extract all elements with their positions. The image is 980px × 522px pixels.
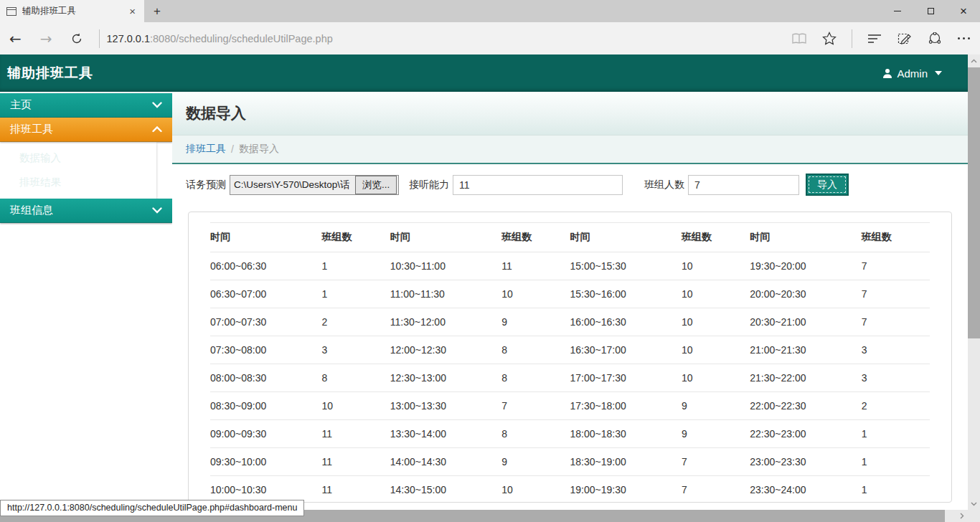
scroll-down-button[interactable] (968, 498, 980, 510)
time-cell: 07:00~07:30 (210, 308, 321, 336)
breadcrumb-current: 数据导入 (239, 143, 279, 156)
web-note-icon (897, 32, 912, 46)
divider (852, 29, 852, 48)
team-count-cell: 1 (321, 252, 390, 280)
team-count-cell: 1 (862, 448, 930, 476)
user-name: Admin (897, 67, 928, 80)
star-icon (822, 32, 837, 45)
team-count-cell: 2 (321, 308, 390, 336)
time-cell: 17:00~17:30 (570, 364, 681, 392)
page-title: 数据导入 (186, 103, 246, 123)
browser-tab[interactable]: 辅助排班工具 × (0, 0, 144, 22)
reading-view-button[interactable] (784, 33, 814, 44)
team-size-input[interactable] (688, 175, 799, 195)
team-count-cell: 11 (321, 420, 390, 448)
browse-button[interactable]: 浏览... (355, 176, 397, 194)
breadcrumb-parent-link[interactable]: 排班工具 (186, 143, 226, 156)
time-cell: 23:00~23:30 (750, 448, 861, 476)
time-cell: 12:00~12:30 (390, 336, 501, 364)
time-cell: 13:30~14:00 (390, 420, 501, 448)
col-header-time: 时间 (570, 223, 681, 252)
time-cell: 19:00~19:30 (570, 476, 681, 503)
team-size-label: 班组人数 (644, 179, 684, 191)
team-count-cell: 7 (501, 392, 570, 420)
table-row: 08:00~08:30812:30~13:00817:00~17:301021:… (210, 364, 930, 392)
time-cell: 23:30~24:00 (750, 476, 861, 503)
address-bar: ← → 127.0.0.1:8080/scheduling/scheduleUt… (0, 22, 980, 54)
user-menu[interactable]: Admin (882, 67, 942, 80)
time-cell: 21:30~22:00 (750, 364, 861, 392)
table-row: 08:30~09:001013:00~13:30717:30~18:00922:… (210, 392, 930, 420)
more-actions-button[interactable] (950, 37, 980, 39)
restore-icon (928, 8, 934, 14)
hub-button[interactable] (859, 34, 890, 44)
team-count-cell: 7 (862, 280, 930, 308)
capacity-label: 接听能力 (409, 179, 449, 191)
col-header-team-count: 班组数 (862, 223, 930, 252)
scroll-up-button[interactable] (968, 54, 980, 67)
file-label: 话务预测 (186, 179, 226, 191)
url-field[interactable]: 127.0.0.1:8080/scheduling/scheduleUtilPa… (107, 33, 333, 44)
team-count-cell: 8 (501, 336, 570, 364)
col-header-time: 时间 (390, 223, 501, 252)
breadcrumb-separator: / (231, 143, 234, 155)
col-header-team-count: 班组数 (682, 223, 750, 252)
table-row: 06:30~07:00111:00~11:301015:30~16:001020… (210, 280, 930, 308)
restore-button[interactable] (914, 0, 947, 22)
vertical-scroll-thumb[interactable] (968, 67, 980, 338)
capacity-input[interactable] (453, 175, 623, 195)
tab-close-icon[interactable]: × (127, 5, 138, 17)
team-count-cell: 11 (321, 448, 390, 476)
time-cell: 20:30~21:00 (750, 308, 861, 336)
app-title: 辅助排班工具 (7, 64, 93, 82)
file-input[interactable]: C:\Users\Y-570\Desktop\话 浏览... (230, 175, 399, 195)
team-count-cell: 10 (501, 476, 570, 503)
sidebar-item-schedule-result[interactable]: 排班结果 (0, 170, 156, 194)
sidebar-item-schedule-tools[interactable]: 排班工具 (0, 118, 172, 142)
schedule-table-body: 06:00~06:30110:30~11:001115:00~15:301019… (210, 252, 930, 503)
hub-icon (867, 34, 882, 44)
close-button[interactable]: × (947, 0, 980, 22)
team-count-cell: 11 (321, 476, 390, 503)
team-count-cell: 10 (682, 336, 750, 364)
chevron-down-icon (152, 207, 162, 214)
tab-title: 辅助排班工具 (22, 5, 127, 17)
team-count-cell: 3 (321, 336, 390, 364)
team-count-cell: 7 (862, 252, 930, 280)
time-cell: 16:30~17:00 (570, 336, 681, 364)
scroll-right-button[interactable] (956, 510, 968, 522)
favorites-button[interactable] (814, 32, 844, 45)
vertical-scrollbar[interactable] (968, 54, 980, 510)
url-host: 127.0.0.1 (107, 33, 150, 44)
time-cell: 15:30~16:00 (570, 280, 681, 308)
team-count-cell: 8 (321, 364, 390, 392)
col-header-team-count: 班组数 (321, 223, 390, 252)
app-header: 辅助排班工具 Admin (0, 54, 968, 92)
refresh-icon (70, 32, 83, 45)
team-count-cell: 1 (862, 420, 930, 448)
minimize-button[interactable] (881, 0, 914, 22)
share-button[interactable] (920, 32, 950, 45)
team-count-cell: 10 (682, 280, 750, 308)
team-count-cell: 10 (501, 280, 570, 308)
main-content: 数据导入 排班工具 / 数据导入 话务预测 C:\Users\Y-570\Des… (172, 92, 968, 510)
new-tab-button[interactable]: + (144, 0, 170, 22)
web-note-button[interactable] (890, 32, 920, 46)
sidebar-submenu: 数据输入 排班结果 (0, 142, 156, 199)
import-form: 话务预测 C:\Users\Y-570\Desktop\话 浏览... 接听能力… (172, 164, 968, 201)
team-count-cell: 10 (321, 392, 390, 420)
table-row: 09:30~10:001114:00~14:30918:30~19:00723:… (210, 448, 930, 476)
sidebar-item-data-input[interactable]: 数据输入 (0, 146, 156, 170)
chevron-up-icon (971, 59, 977, 63)
team-count-cell: 10 (682, 252, 750, 280)
time-cell: 11:30~12:00 (390, 308, 501, 336)
back-button[interactable]: ← (0, 30, 31, 47)
sidebar-item-team-info[interactable]: 班组信息 (0, 199, 172, 223)
time-cell: 06:30~07:00 (210, 280, 321, 308)
import-button[interactable]: 导入 (806, 174, 849, 196)
refresh-button[interactable] (62, 32, 92, 45)
chevron-down-icon (971, 502, 977, 506)
team-count-cell: 2 (862, 392, 930, 420)
forward-button[interactable]: → (31, 30, 62, 47)
sidebar-item-home[interactable]: 主页 (0, 93, 172, 118)
